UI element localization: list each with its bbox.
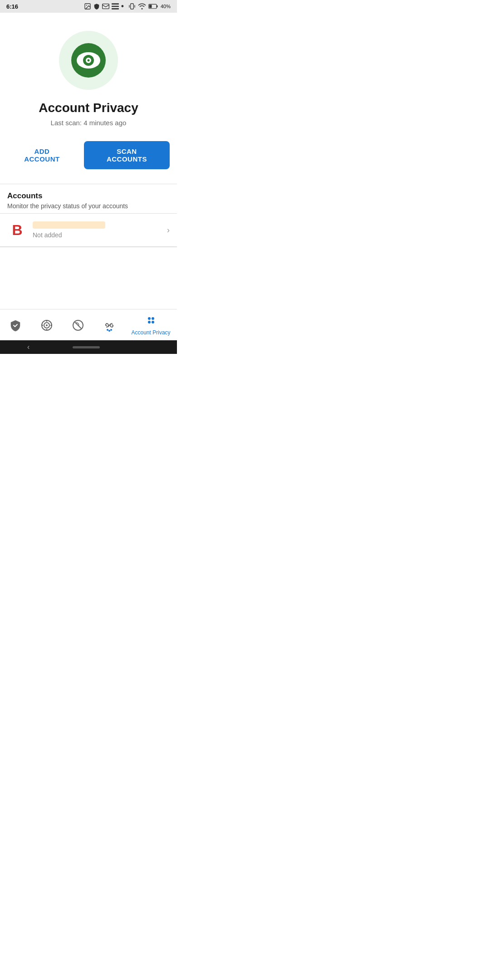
nav-privacy-active-icon xyxy=(145,315,157,328)
nav-item-security[interactable] xyxy=(2,317,29,333)
vibrate-icon xyxy=(128,3,136,10)
bottom-navigation: Account Privacy xyxy=(0,309,177,340)
bars-icon xyxy=(112,3,119,10)
svg-point-28 xyxy=(110,329,112,331)
account-name-redacted xyxy=(33,221,105,229)
svg-point-29 xyxy=(148,317,151,320)
home-bar: ‹ xyxy=(0,340,177,354)
nav-shield-icon xyxy=(9,319,22,332)
svg-point-26 xyxy=(108,330,110,332)
nav-link-icon xyxy=(103,319,116,332)
svg-rect-3 xyxy=(112,3,119,5)
account-info: Not added xyxy=(33,221,167,239)
nav-item-link[interactable] xyxy=(96,317,123,333)
svg-point-32 xyxy=(152,321,154,323)
account-status: Not added xyxy=(33,231,167,239)
account-avatar-letter: B xyxy=(12,222,22,239)
back-button[interactable]: ‹ xyxy=(27,343,29,351)
svg-point-30 xyxy=(152,317,154,320)
svg-rect-6 xyxy=(131,4,134,9)
svg-point-19 xyxy=(46,324,48,326)
battery-percentage: 40% xyxy=(161,4,171,9)
privacy-eye-icon xyxy=(70,42,107,78)
svg-rect-4 xyxy=(112,6,119,7)
scan-accounts-button[interactable]: SCAN ACCOUNTS xyxy=(84,141,170,169)
page-title: Account Privacy xyxy=(39,101,138,115)
wifi-icon xyxy=(138,3,146,10)
accounts-subtitle: Monitor the privacy status of your accou… xyxy=(7,202,170,210)
image-icon xyxy=(84,3,91,10)
shield-status-icon xyxy=(93,3,100,10)
svg-point-1 xyxy=(86,5,87,6)
svg-rect-5 xyxy=(112,8,119,10)
svg-rect-11 xyxy=(149,5,152,8)
nav-item-vpn[interactable] xyxy=(33,317,60,333)
accounts-title: Accounts xyxy=(7,191,170,201)
mail-icon xyxy=(102,4,109,9)
svg-point-27 xyxy=(107,329,108,331)
last-scan-text: Last scan: 4 minutes ago xyxy=(51,119,127,127)
accounts-bottom-divider xyxy=(0,247,177,247)
notification-dot: • xyxy=(121,2,124,11)
accounts-section-header: Accounts Monitor the privacy status of y… xyxy=(0,184,177,213)
nav-item-breach[interactable] xyxy=(64,317,92,333)
home-indicator[interactable] xyxy=(73,346,100,348)
svg-rect-2 xyxy=(102,4,109,9)
nav-vpn-icon xyxy=(40,319,53,332)
nav-item-account-privacy[interactable]: Account Privacy xyxy=(127,313,175,338)
account-avatar: B xyxy=(7,220,27,240)
main-content: Account Privacy Last scan: 4 minutes ago… xyxy=(0,13,177,309)
status-time: 6:16 xyxy=(6,3,18,10)
add-account-button[interactable]: ADD ACCOUNT xyxy=(7,142,77,168)
svg-point-16 xyxy=(88,59,90,62)
svg-rect-10 xyxy=(157,5,157,8)
app-icon-circle xyxy=(59,31,118,90)
chevron-right-icon: › xyxy=(167,225,170,235)
battery-icon xyxy=(148,4,158,9)
action-buttons-row: ADD ACCOUNT SCAN ACCOUNTS xyxy=(0,141,177,169)
nav-privacy-label: Account Privacy xyxy=(132,329,171,336)
account-list-item[interactable]: B Not added › xyxy=(0,214,177,247)
svg-point-31 xyxy=(148,321,151,323)
status-bar: 6:16 • 40% xyxy=(0,0,177,13)
status-icons: • 40% xyxy=(84,2,171,11)
nav-breach-icon xyxy=(72,319,84,332)
